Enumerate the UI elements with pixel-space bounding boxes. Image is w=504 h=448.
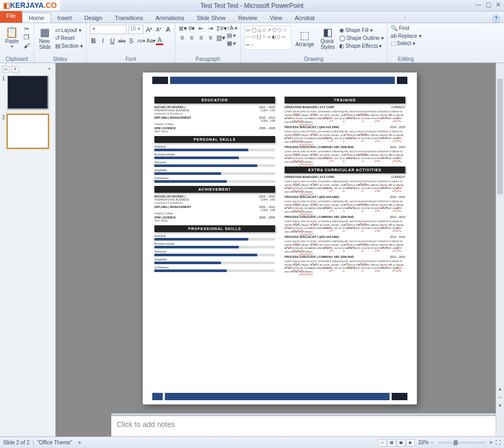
format-painter-icon[interactable]: 🖌 (23, 42, 30, 49)
slide-canvas[interactable]: EDUCATION BACHELOR DEGREE |2012 – 2015IN… (143, 72, 417, 404)
align-left-icon[interactable]: ≡ (178, 34, 186, 41)
underline-icon[interactable]: U (109, 37, 116, 45)
indent-inc-icon[interactable]: ⇥ (207, 25, 214, 32)
quick-styles-button[interactable]: ◧ Quick Styles (318, 25, 337, 51)
indent-dec-icon[interactable]: ⇤ (197, 25, 205, 32)
paste-button[interactable]: 📋 Paste▾ (3, 25, 21, 50)
numbering-icon[interactable]: ≡▾ (188, 25, 195, 32)
shape-effects-button[interactable]: ◐Shape Effects ▾ (339, 43, 384, 49)
group-title-slides: Slides (37, 56, 83, 62)
slide-right-column: TRAINING OPERATION MANAGER | XYZ CORPCUR… (285, 93, 405, 398)
skill-row: Business-minded (154, 242, 275, 248)
shadow-icon[interactable]: S (128, 37, 135, 45)
tab-home[interactable]: Home (22, 13, 51, 23)
char-spacing-icon[interactable]: AV▾ (137, 38, 144, 44)
window-maximize[interactable]: ▢ (486, 1, 491, 8)
align-center-icon[interactable]: ≡ (188, 34, 195, 41)
tab-insert[interactable]: Insert (51, 13, 78, 23)
view-reading-icon[interactable]: ▣ (397, 439, 405, 446)
window-close[interactable]: ✕ (496, 1, 501, 8)
status-language-icon[interactable]: ⌖ (78, 440, 81, 446)
tab-view[interactable]: View (264, 13, 289, 23)
education-entry: BACHELOR DEGREE |2012 – 2015INTERNATIONA… (154, 106, 275, 115)
scrollbar-thumb[interactable] (497, 79, 503, 194)
clear-format-icon[interactable]: A̷ (164, 26, 172, 33)
shape-outline-button[interactable]: ◯Shape Outline ▾ (339, 35, 384, 41)
zoom-out-icon[interactable]: − (430, 440, 434, 445)
font-size-select[interactable]: 16 ▾ (129, 25, 143, 34)
cut-icon[interactable]: ✂ (23, 25, 30, 33)
layout-button[interactable]: ▭Layout ▾ (55, 27, 83, 34)
thumb-number: 2 (2, 114, 5, 148)
font-family-select[interactable]: ▾ (90, 25, 127, 34)
thumbnails-tab-slides[interactable]: ▭ (2, 66, 9, 72)
job-entry: PROCESS SPECIALIST | QRS HOLDING2014 - 2… (285, 126, 405, 143)
section-achievement: ACHIEVEMENT (154, 186, 275, 193)
shrink-font-icon[interactable]: A▾ (155, 26, 162, 33)
new-slide-button[interactable]: ▦ New Slide (37, 25, 53, 51)
vertical-scrollbar[interactable]: ▴ ─ ▾ (496, 63, 504, 436)
reset-button[interactable]: ↺Reset (55, 35, 83, 41)
italic-icon[interactable]: I (99, 37, 107, 45)
window-title: Test Test Test - Microsoft PowerPoint (0, 2, 504, 9)
columns-icon[interactable]: ▥▾ (216, 34, 224, 41)
tab-slideshow[interactable]: Slide Show (191, 13, 232, 23)
statusbar: Slide 2 of 2 | "Office Theme" ⌖ ▭ ▦ ▣ ▶ … (0, 436, 504, 448)
slide-thumbnail-2[interactable] (7, 114, 48, 148)
thumbnails-close-icon[interactable]: × (46, 66, 53, 72)
help-icon[interactable]: ? (492, 15, 500, 23)
paste-icon: 📋 (5, 26, 18, 38)
smartart-button[interactable]: ▦▾ (227, 40, 237, 47)
thumbnails-tab-outline[interactable]: ≡ (12, 66, 19, 72)
tab-animations[interactable]: Animations (149, 13, 190, 23)
job-entry: PROCESS SPECIALIST | QRS HOLDING2014 - 2… (285, 235, 405, 253)
skill-row: Adaptibility (154, 258, 275, 264)
group-title-paragraph: Paragraph (178, 56, 237, 62)
zoom-slider[interactable] (439, 442, 486, 444)
slide-bottom-bar (152, 393, 407, 400)
tab-transitions[interactable]: Transitions (109, 13, 149, 23)
select-button[interactable]: ⬚Select ▾ (391, 40, 422, 47)
window-minimize[interactable]: — (475, 1, 481, 8)
zoom-in-icon[interactable]: + (489, 440, 492, 445)
notes-pane[interactable]: Click to add notes (111, 415, 496, 436)
justify-icon[interactable]: ≡ (207, 34, 214, 41)
section-personal-skills: PERSONAL SKILLS (154, 136, 275, 143)
bullets-icon[interactable]: ≣▾ (178, 25, 186, 32)
view-normal-icon[interactable]: ▭ (378, 439, 386, 446)
slide-thumbnail-1[interactable] (7, 76, 48, 109)
fit-to-window-icon[interactable]: ⛶ (496, 440, 501, 445)
group-title-editing: Editing (391, 56, 422, 62)
find-button[interactable]: 🔍Find (391, 25, 422, 32)
replace-button[interactable]: abReplace ▾ (391, 33, 422, 39)
line-spacing-icon[interactable]: ‡≡▾ (216, 25, 224, 32)
grow-font-icon[interactable]: A▴ (145, 26, 153, 34)
text-direction-button[interactable]: ↕A▾ (227, 25, 237, 31)
change-case-icon[interactable]: Aa▾ (146, 38, 154, 44)
view-slideshow-icon[interactable]: ▶ (406, 439, 415, 446)
tab-file[interactable]: File (0, 11, 22, 23)
arrange-button[interactable]: ⬚ Arrange (293, 28, 317, 48)
ribbon-collapse-icon[interactable]: ˇ (404, 17, 406, 23)
strike-icon[interactable]: abc (118, 38, 125, 44)
slide-left-column: EDUCATION BACHELOR DEGREE |2012 – 2015IN… (154, 93, 275, 398)
section-button[interactable]: ▤Section ▾ (55, 43, 83, 49)
copy-icon[interactable]: ❐ (23, 34, 30, 41)
bold-icon[interactable]: B (90, 37, 97, 45)
job-entry: OPERATION MANAGER | XYZ CORPCURRENTLorem… (285, 106, 405, 123)
view-sorter-icon[interactable]: ▦ (387, 439, 396, 446)
next-slide-icon[interactable]: ▾ (496, 403, 503, 410)
align-text-button[interactable]: ▤▾ (227, 32, 237, 39)
zoom-slider-knob[interactable] (454, 440, 458, 445)
group-clipboard: 📋 Paste▾ ✂ ❐ 🖌 Clipboard (0, 23, 34, 62)
tab-acrobat[interactable]: Acrobat (288, 13, 321, 23)
tab-review[interactable]: Review (232, 13, 264, 23)
prev-slide-icon[interactable]: ▴ (496, 386, 503, 393)
shape-fill-button[interactable]: ◉Shape Fill ▾ (339, 27, 384, 34)
zoom-level[interactable]: 33% (418, 440, 428, 445)
font-color-icon[interactable]: A (156, 36, 163, 45)
align-right-icon[interactable]: ≡ (197, 34, 205, 41)
shapes-gallery[interactable]: ▭◯△◇➚⬠ ⬡☆↔⬭{ }✧ ▱◐⬯⇨⬰⌂ (244, 26, 291, 50)
group-font: ▾ 16 ▾ A▴ A▾ A̷ B I U abc S AV▾ Aa▾ A Fo… (87, 23, 175, 62)
tab-design[interactable]: Design (78, 13, 109, 23)
